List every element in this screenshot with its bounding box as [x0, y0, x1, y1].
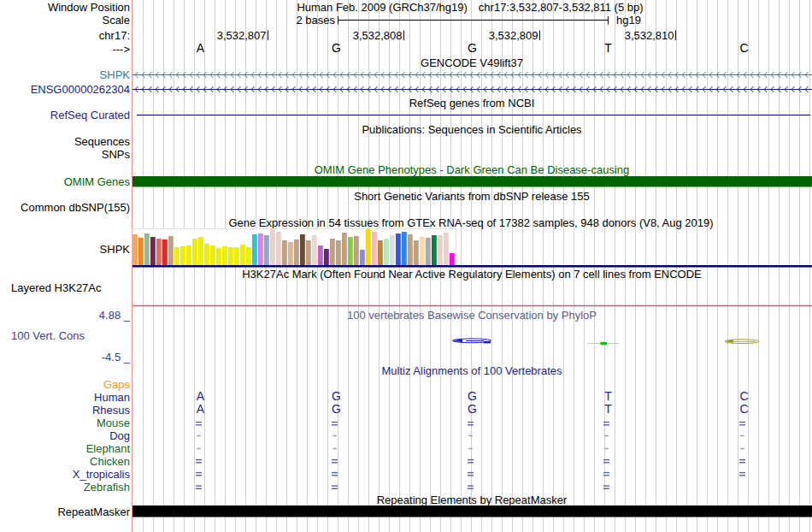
svg-text:A: A: [197, 389, 205, 403]
svg-text:2 bases: 2 bases: [296, 14, 335, 27]
svg-text:Layered H3K27Ac: Layered H3K27Ac: [11, 281, 102, 294]
svg-text:Common dbSNP(155): Common dbSNP(155): [21, 201, 130, 214]
svg-text:100 Vert. Cons: 100 Vert. Cons: [11, 329, 85, 342]
svg-text:T: T: [604, 402, 612, 416]
svg-text:Human: Human: [94, 391, 130, 404]
svg-text:Repeating Elements by RepeatMa: Repeating Elements by RepeatMasker: [377, 494, 568, 506]
svg-text:Sequences: Sequences: [74, 135, 131, 148]
svg-text:Mouse: Mouse: [97, 417, 130, 429]
svg-text:SNPs: SNPs: [102, 148, 131, 161]
svg-text:--->: --->: [112, 43, 130, 56]
svg-text:X_tropicalis: X_tropicalis: [73, 468, 131, 481]
svg-text:Multiz Alignments of 100 Verte: Multiz Alignments of 100 Vertebrates: [381, 364, 562, 377]
svg-text:Rhesus: Rhesus: [92, 404, 131, 417]
svg-text:G: G: [468, 389, 477, 403]
svg-text:Gaps: Gaps: [103, 378, 131, 391]
svg-text:Publications: Sequences in Sci: Publications: Sequences in Scientific Ar…: [362, 123, 582, 136]
svg-text:C: C: [739, 41, 748, 55]
svg-text:4.88 _: 4.88 _: [99, 309, 131, 322]
svg-text:SHPK: SHPK: [100, 68, 131, 81]
svg-text:Zebrafish: Zebrafish: [84, 481, 130, 494]
svg-text:chr17:: chr17:: [99, 29, 130, 42]
svg-text:GENCODE V49lift37: GENCODE V49lift37: [421, 56, 523, 69]
svg-text:Chicken: Chicken: [90, 455, 130, 468]
svg-text:OMIM Gene Phenotypes - Dark Gr: OMIM Gene Phenotypes - Dark Green Can Be…: [315, 163, 630, 176]
svg-text:Human Feb. 2009 (GRCh37/hg19): Human Feb. 2009 (GRCh37/hg19) chr17:3,53…: [297, 1, 643, 14]
svg-text:RepeatMasker: RepeatMasker: [57, 505, 130, 518]
svg-text:A: A: [197, 402, 205, 416]
svg-text:RefSeq genes from NCBI: RefSeq genes from NCBI: [409, 97, 535, 109]
svg-text:C: C: [739, 402, 748, 416]
svg-text:T: T: [604, 389, 612, 403]
svg-text:T: T: [604, 41, 612, 55]
svg-text:100 vertebrates Basewise Conse: 100 vertebrates Basewise Conservation by…: [347, 309, 597, 322]
svg-text:C: C: [739, 389, 748, 403]
svg-text:Elephant: Elephant: [86, 442, 131, 455]
svg-text:3,532,810: 3,532,810: [625, 29, 674, 42]
svg-text:H3K27Ac Mark (Often Found Near: H3K27Ac Mark (Often Found Near Active Re…: [242, 268, 702, 281]
svg-text:ENSG00000262304: ENSG00000262304: [31, 83, 130, 96]
svg-text:G: G: [468, 402, 477, 416]
svg-text:G: G: [332, 41, 341, 55]
svg-text:Scale: Scale: [102, 14, 130, 27]
svg-text:hg19: hg19: [616, 14, 641, 27]
svg-text:3,532,808: 3,532,808: [353, 29, 403, 42]
svg-text:G: G: [332, 389, 341, 403]
svg-text:Gene Expression in 54 tissues: Gene Expression in 54 tissues from GTEx …: [228, 216, 713, 229]
svg-text:Short Genetic Variants from db: Short Genetic Variants from dbSNP releas…: [354, 190, 590, 203]
svg-text:-4.5 _: -4.5 _: [102, 351, 131, 364]
svg-text:3,532,807: 3,532,807: [217, 29, 267, 42]
svg-text:G: G: [468, 41, 477, 55]
svg-text:Dog: Dog: [109, 429, 130, 442]
svg-text:A: A: [197, 41, 205, 55]
svg-text:OMIM Genes: OMIM Genes: [64, 175, 131, 188]
svg-text:SHPK: SHPK: [100, 243, 131, 256]
svg-text:Window Position: Window Position: [48, 1, 130, 14]
svg-text:RefSeq Curated: RefSeq Curated: [50, 109, 130, 121]
svg-text:G: G: [332, 402, 341, 416]
svg-text:3,532,809: 3,532,809: [489, 29, 538, 42]
